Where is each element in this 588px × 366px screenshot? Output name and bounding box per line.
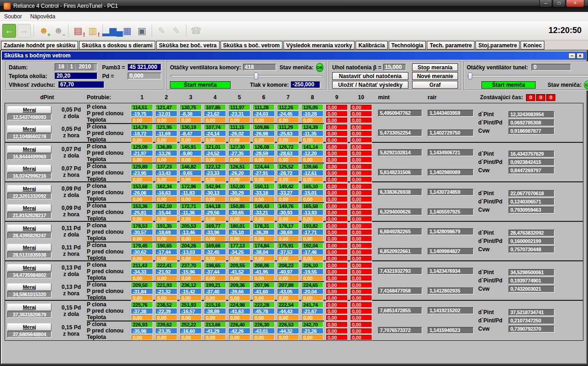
data-cell: 0,00 xyxy=(228,117,250,123)
data-cell: -41,95 xyxy=(253,269,275,275)
meraj-button[interactable]: Meraj xyxy=(7,204,51,212)
data-cell: -30,29 xyxy=(228,190,250,196)
data-cell: 130,75 xyxy=(180,104,202,110)
data-cell: 0,00 xyxy=(326,334,348,340)
data-cell: 126,72 xyxy=(277,144,299,150)
data-cell: 0,00 xyxy=(350,242,372,248)
data-cell: 0,00 xyxy=(350,176,372,182)
meraj-button[interactable]: Meraj xyxy=(7,146,51,153)
user-logout-icon[interactable]: ☻− xyxy=(51,24,65,38)
meraj-button[interactable]: Meraj xyxy=(7,283,51,291)
data-cell: -37,38 xyxy=(131,308,153,314)
data-cell: 209,55 xyxy=(228,262,250,268)
data-cell: -35,98 xyxy=(131,328,153,334)
data-cell: 130,19 xyxy=(180,124,202,130)
set-angle-button[interactable]: Nastaviť uhol natočenia xyxy=(332,72,408,80)
row-label: P pred clonou xyxy=(87,229,131,235)
data-cell: 0,00 xyxy=(277,157,299,163)
data-cell: -11,83 xyxy=(180,190,202,196)
row-label: P clona xyxy=(87,242,131,248)
date-input[interactable]: 18 1 2010 xyxy=(55,63,97,71)
data-cell: 0,00 xyxy=(301,157,323,163)
meraj-button[interactable]: Meraj xyxy=(7,225,51,232)
print-report-icon[interactable]: ▣ xyxy=(135,24,149,38)
chamber-start-drive-button[interactable]: Štart meniča xyxy=(170,81,231,89)
back-icon[interactable]: ← xyxy=(2,24,16,38)
data-cell: 0,00 xyxy=(180,255,202,261)
tab-stoj-parametre[interactable]: Stoj.parametre xyxy=(475,41,520,50)
meraj-button[interactable]: Meraj xyxy=(7,106,51,113)
data-cell: 180,01 xyxy=(228,223,250,229)
alarm-report-icon[interactable]: ▤! xyxy=(71,24,85,38)
data-cell: 0,00 xyxy=(131,137,153,143)
data-cell: 0,00 xyxy=(326,242,348,248)
tab-tech-parametre[interactable]: Tech. parametre xyxy=(427,41,475,50)
data-cell: 0,00 xyxy=(326,196,348,202)
meraj-value: 28,4395828247 xyxy=(7,232,51,239)
data-cell: 237,70 xyxy=(180,262,202,268)
data-cell: 0,00 xyxy=(326,203,348,209)
row-label: P pred clonou xyxy=(87,150,131,156)
data-cell: 0,00 xyxy=(326,249,348,255)
data-cell: 225,76 xyxy=(131,302,153,308)
tab-technologia[interactable]: Technológia xyxy=(389,41,426,50)
alarm-database-icon[interactable]: ▥! xyxy=(86,24,100,38)
meraj-button[interactable]: Meraj xyxy=(7,244,51,251)
data-cell: -16,63 xyxy=(155,190,177,196)
menu-bar: Soubor Nápověda xyxy=(0,12,588,21)
data-cell: -15,01 xyxy=(301,190,323,196)
table-icon[interactable]: ▦ xyxy=(120,24,134,38)
tab-vysledok-merania-vzorky[interactable]: Výsledok merania vzorky xyxy=(283,41,355,50)
tab-skuska-bez-boc-vetra[interactable]: Skúška bez boč. vetra xyxy=(156,41,219,50)
close-button[interactable]: × xyxy=(566,0,584,7)
tab-skuska-s-boc-vetrom[interactable]: Skúška s boč. vetrom xyxy=(220,41,283,50)
tab-zadanie-hodnot-pre-skusku[interactable]: Zadanie hodnôt pre skúšku xyxy=(1,41,78,50)
meraj-button[interactable]: Meraj xyxy=(7,125,51,133)
meraj-value: 12,5437498093 xyxy=(7,114,51,120)
chamber-fan-slider[interactable] xyxy=(170,73,323,79)
graph-button[interactable]: Graf xyxy=(412,81,458,89)
application-window: Reliance 4 Control - Fires AeroTunel - P… xyxy=(0,0,588,366)
meraj-button[interactable]: Meraj xyxy=(7,185,51,192)
minimize-button[interactable]: – xyxy=(539,0,552,7)
tunnel-fan-slider[interactable] xyxy=(467,73,588,79)
new-measurement-button[interactable]: Nové meranie xyxy=(412,72,458,80)
data-cell: -34,33 xyxy=(131,269,153,275)
chart-icon[interactable]: ▂▆▄ xyxy=(106,24,119,38)
menu-napoveda[interactable]: Nápověda xyxy=(26,13,60,20)
maximize-button[interactable]: □ xyxy=(553,0,565,7)
data-cell: 0,00 xyxy=(350,196,372,202)
row-label: P clona xyxy=(87,203,131,209)
data-cell: 122,12 xyxy=(204,163,226,169)
result-label: d`Pint/Pd xyxy=(478,317,509,324)
tab-skuska-s-doskou-s-dierami[interactable]: Skúška s doskou s dierami xyxy=(79,41,155,50)
tunnel-fan-slider-thumb[interactable] xyxy=(468,73,472,79)
tab-koniec[interactable]: Koniec xyxy=(520,41,544,50)
result-value: 0,2107347250 xyxy=(509,317,554,324)
inner-minimize-button[interactable]: – xyxy=(568,53,576,59)
inner-close-button[interactable]: × xyxy=(577,53,584,59)
data-cell: 114,79 xyxy=(131,124,153,130)
data-cell: 0,00 xyxy=(326,236,348,242)
menu-soubor[interactable]: Soubor xyxy=(0,13,26,20)
meraj-button[interactable]: Meraj xyxy=(7,264,51,271)
data-cell: 0,00 xyxy=(350,130,372,136)
meraj-button[interactable]: Meraj xyxy=(7,304,51,311)
user-login-icon[interactable]: ☻+ xyxy=(37,24,51,38)
mint-value: 5,4950947762 xyxy=(378,110,422,117)
data-cell: 142,94 xyxy=(204,183,226,189)
stop-measurement-button[interactable]: Stop merania xyxy=(412,63,458,71)
chamber-fan-slider-thumb[interactable] xyxy=(254,73,258,79)
data-cell: 0,00 xyxy=(228,295,250,301)
data-cell: 0,00 xyxy=(326,315,348,321)
meraj-button[interactable]: Meraj xyxy=(7,323,51,331)
data-cell: -13,43 xyxy=(155,170,177,176)
row-label: Teplota xyxy=(87,196,131,202)
data-cell: 0,00 xyxy=(301,315,323,321)
meraj-button[interactable]: Meraj xyxy=(7,165,51,172)
data-cell: 0,00 xyxy=(350,144,372,150)
tab-kalibracia[interactable]: Kalibrácia xyxy=(356,41,387,50)
data-cell: 0,00 xyxy=(277,295,299,301)
save-load-results-button[interactable]: Uložiť / Načítať výsledky xyxy=(332,81,408,89)
tunnel-start-drive-button[interactable]: Štart meniča xyxy=(481,81,536,89)
